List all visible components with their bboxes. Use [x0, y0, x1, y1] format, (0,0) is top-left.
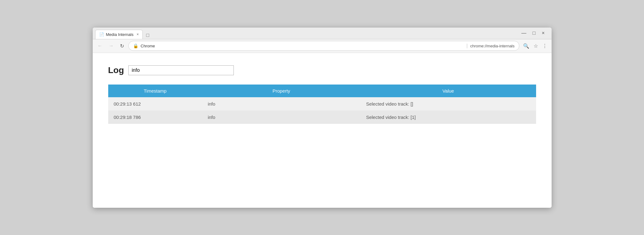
address-actions: 🔍 ☆ ⋮: [522, 42, 549, 50]
forward-button[interactable]: →: [107, 42, 116, 50]
column-header-property: Property: [202, 85, 361, 97]
browser-tab[interactable]: 📄 Media Internals ×: [95, 30, 143, 39]
cell-property: info: [202, 97, 361, 111]
url-divider: |: [466, 43, 468, 49]
back-button[interactable]: ←: [96, 42, 104, 50]
bookmark-button[interactable]: ☆: [532, 42, 539, 50]
url-domain: Chrome: [141, 44, 464, 48]
new-tab-button[interactable]: □: [144, 32, 151, 39]
minimize-button[interactable]: —: [519, 30, 528, 37]
table-row: 00:29:13 612infoSelected video track: []: [108, 97, 536, 111]
column-header-timestamp: Timestamp: [108, 85, 202, 97]
close-window-button[interactable]: ×: [540, 30, 546, 37]
title-bar: 📄 Media Internals × □ — □ ×: [93, 28, 552, 39]
tab-title: Media Internals: [106, 32, 134, 37]
cell-timestamp: 00:29:13 612: [108, 97, 202, 111]
tab-area: 📄 Media Internals × □: [95, 28, 517, 39]
cell-timestamp: 00:29:18 786: [108, 111, 202, 124]
maximize-button[interactable]: □: [531, 30, 537, 37]
address-bar: ← → ↻ 🔒 Chrome | chrome://media-internal…: [93, 39, 552, 53]
log-label: Log: [108, 65, 124, 75]
secure-icon: 🔒: [133, 43, 138, 48]
reload-button[interactable]: ↻: [118, 42, 126, 50]
log-table: Timestamp Property Value 00:29:13 612inf…: [108, 85, 536, 124]
more-options-button[interactable]: ⋮: [541, 42, 549, 50]
url-bar[interactable]: 🔒 Chrome | chrome://media-internals: [128, 41, 519, 51]
tab-icon: 📄: [99, 32, 104, 37]
url-address: chrome://media-internals: [470, 44, 514, 48]
column-header-value: Value: [361, 85, 536, 97]
browser-window: 📄 Media Internals × □ — □ × ← → ↻ 🔒 Chro…: [93, 28, 552, 208]
search-icon-button[interactable]: 🔍: [522, 42, 531, 50]
window-controls: — □ ×: [517, 28, 549, 38]
cell-value: Selected video track: [1]: [361, 111, 536, 124]
page-content: Log Timestamp Property Value 00:29:13 61…: [93, 53, 552, 208]
table-header-row: Timestamp Property Value: [108, 85, 536, 97]
log-section: Log: [108, 65, 536, 75]
cell-property: info: [202, 111, 361, 124]
tab-close-button[interactable]: ×: [136, 32, 139, 37]
log-filter-input[interactable]: [128, 65, 234, 75]
cell-value: Selected video track: []: [361, 97, 536, 111]
table-row: 00:29:18 786infoSelected video track: [1…: [108, 111, 536, 124]
